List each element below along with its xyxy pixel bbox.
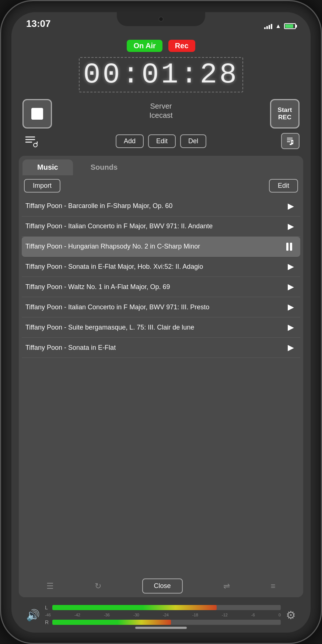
tab-sounds[interactable]: Sounds [76, 159, 132, 175]
play-icon: ▶ [288, 201, 297, 211]
home-indicator[interactable] [135, 627, 187, 629]
list-icon[interactable]: ≡ [271, 581, 276, 591]
vu-tick: -36 [104, 613, 110, 617]
close-button[interactable]: Close [142, 578, 183, 594]
track-name: Tiffany Poon - Italian Concerto in F Maj… [25, 303, 288, 312]
vu-scale: -46 -42 -36 -30 -24 -18 -12 -6 0 [45, 613, 281, 617]
import-button[interactable]: Import [24, 179, 60, 193]
track-item[interactable]: Tiffany Poon - Italian Concerto in F Maj… [22, 217, 300, 237]
shuffle-icon[interactable]: ⇌ [223, 581, 230, 591]
volume-button[interactable] [0, 112, 1, 137]
start-rec-button[interactable]: StartREC [270, 99, 300, 129]
reorder-icon[interactable]: ☰ [46, 581, 54, 591]
vu-tick: -18 [192, 613, 198, 617]
app-content: On Air Rec 00:01:28 Server Icecast Start… [11, 32, 311, 633]
settings-icon[interactable]: ⚙ [286, 609, 296, 622]
import-edit-row: Import Edit [19, 175, 303, 196]
track-item[interactable]: Tiffany Poon - Sonata in E-Flat ▶ [22, 338, 300, 358]
start-rec-label: StartREC [278, 106, 292, 122]
edit-buttons-group: Add Edit Del [116, 134, 206, 148]
pause-icon [286, 243, 297, 251]
signal-icon [264, 23, 272, 29]
media-panel: Music Sounds Import Edit Tiffany Poon - … [19, 156, 303, 597]
play-icon: ▶ [288, 343, 297, 352]
status-time: 13:07 [26, 18, 51, 29]
vu-bar-l-container [52, 605, 281, 610]
stop-icon [31, 108, 43, 120]
track-name: Tiffany Poon - Suite bergamasque, L. 75:… [25, 323, 288, 332]
notch [117, 12, 205, 26]
playlist-icon-button[interactable] [22, 133, 41, 149]
battery-icon [284, 23, 296, 29]
server-label: Server [150, 102, 172, 110]
repeat-icon[interactable]: ↻ [95, 581, 101, 591]
vu-meters: L -46 -42 -36 -30 -24 -18 -12 -6 [45, 605, 281, 625]
edit-button[interactable]: Edit [148, 134, 176, 148]
vu-tick: -30 [133, 613, 139, 617]
play-icon: ▶ [288, 262, 297, 271]
server-info: Server Icecast [149, 99, 172, 120]
secondary-controls: Add Edit Del [19, 133, 303, 149]
svg-point-13 [291, 143, 293, 144]
play-icon: ▶ [288, 323, 297, 332]
playlist-icon [24, 134, 39, 148]
track-item[interactable]: Tiffany Poon - Italian Concerto in F Maj… [22, 297, 300, 317]
phone-screen: 13:07 ▲ On Air Rec [11, 12, 311, 633]
vu-tick: -24 [163, 613, 169, 617]
music-note-icon [285, 136, 295, 146]
track-item[interactable]: Tiffany Poon - Barcarolle in F-Sharp Maj… [22, 196, 300, 217]
phone-frame: 13:07 ▲ On Air Rec [0, 0, 322, 644]
front-camera [158, 17, 164, 22]
status-icons: ▲ [264, 23, 296, 29]
server-name: Icecast [149, 111, 172, 120]
track-item[interactable]: Tiffany Poon - Waltz No. 1 in A-Flat Maj… [22, 277, 300, 297]
play-icon: ▶ [288, 222, 297, 231]
track-name: Tiffany Poon - Barcarolle in F-Sharp Maj… [25, 201, 288, 211]
wifi-icon: ▲ [275, 23, 281, 29]
svg-point-3 [34, 143, 37, 147]
play-icon: ▶ [288, 302, 297, 312]
vu-tick: 0 [279, 613, 281, 617]
vu-row-r: R [45, 619, 281, 625]
vu-l-label: L [45, 605, 49, 610]
timer-value: 00:01:28 [79, 57, 243, 92]
track-item[interactable]: Tiffany Poon - Suite bergamasque, L. 75:… [22, 317, 300, 338]
vu-tick: -42 [74, 613, 80, 617]
track-item-active[interactable]: Tiffany Poon - Hungarian Rhapsody No. 2 … [22, 237, 300, 257]
vu-tick: -12 [222, 613, 228, 617]
controls-row: Server Icecast StartREC [19, 99, 303, 129]
track-name: Tiffany Poon - Italian Concerto in F Maj… [25, 222, 288, 231]
add-button[interactable]: Add [116, 134, 144, 148]
tab-music[interactable]: Music [22, 159, 73, 175]
track-item[interactable]: Tiffany Poon - Sonata in E-Flat Major, H… [22, 257, 300, 277]
badges-row: On Air Rec [127, 40, 195, 52]
vu-bar-r-fill [52, 620, 171, 625]
track-name-active: Tiffany Poon - Hungarian Rhapsody No. 2 … [25, 242, 286, 251]
vu-row-l: L [45, 605, 281, 610]
stop-button[interactable] [22, 99, 52, 129]
vu-bar-r-container [52, 620, 281, 625]
panel-bottom-controls: ☰ ↻ Close ⇌ ≡ [19, 575, 303, 597]
music-note-button[interactable] [281, 133, 300, 149]
edit-panel-button[interactable]: Edit [269, 179, 298, 193]
tabs-row: Music Sounds [19, 156, 303, 175]
vu-r-label: R [45, 619, 49, 625]
speaker-icon[interactable]: 🔊 [26, 609, 40, 622]
on-air-badge[interactable]: On Air [127, 40, 162, 52]
rec-badge[interactable]: Rec [168, 40, 195, 52]
track-list: Tiffany Poon - Barcarolle in F-Sharp Maj… [19, 196, 303, 575]
play-icon: ▶ [288, 282, 297, 292]
vu-tick: -6 [251, 613, 255, 617]
del-button[interactable]: Del [180, 134, 206, 148]
vu-tick: -46 [45, 613, 51, 617]
track-name: Tiffany Poon - Waltz No. 1 in A-Flat Maj… [25, 282, 288, 292]
track-name: Tiffany Poon - Sonata in E-Flat Major, H… [25, 262, 288, 271]
vu-bar-l-fill [52, 605, 217, 610]
track-name: Tiffany Poon - Sonata in E-Flat [25, 343, 288, 352]
timer-display: 00:01:28 [79, 57, 243, 92]
